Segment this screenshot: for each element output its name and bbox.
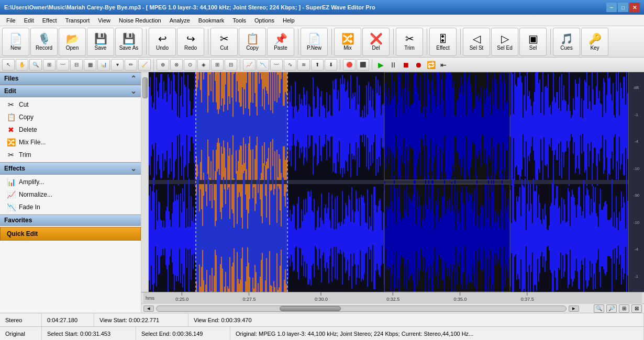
toolbar-btn-copy[interactable]: 📋Copy	[239, 28, 266, 56]
tb2-marker[interactable]: ▾	[111, 59, 124, 71]
toolbar-btn-undo[interactable]: ↩Undo	[149, 28, 176, 56]
effects-fade-in[interactable]: 📉 Fade In	[0, 201, 141, 213]
tb2-c1[interactable]: 🔴	[343, 59, 356, 71]
tb2-a6[interactable]: ⊟	[225, 59, 237, 71]
waveform-wrapper: dB -1 -4 -10 -90 -10 -4 -1	[141, 72, 644, 292]
toolbar-btn-p-new[interactable]: 📄P.New	[301, 28, 328, 56]
loop-button[interactable]: 🔁	[425, 59, 437, 71]
toolbar-btn-effect-btn[interactable]: 🎛Effect	[429, 28, 457, 56]
tb2-b4[interactable]: ∿	[284, 59, 296, 71]
toolbar-btn-new[interactable]: 📄New	[2, 28, 29, 56]
effects-normalize[interactable]: 📈 Normalize...	[0, 188, 141, 201]
tb2-wave[interactable]: 〰	[57, 59, 69, 71]
tb2-b6[interactable]: ⬆	[311, 59, 324, 71]
tb2-a2[interactable]: ⊗	[170, 59, 183, 71]
zoom-all-button[interactable]: ⊠	[631, 304, 642, 313]
tb2-zoom-sel[interactable]: 🔍	[29, 59, 42, 71]
play-button[interactable]: ▶	[375, 59, 386, 71]
favorites-header[interactable]: Favorites	[0, 214, 141, 226]
tb2-a1[interactable]: ⊕	[157, 59, 169, 71]
edit-trim[interactable]: ✂ Trim	[0, 149, 141, 161]
status-duration: 0:04:27.180	[42, 313, 94, 326]
toolbar-btn-paste[interactable]: 📌Paste	[267, 28, 294, 56]
toolbar-btn-trim[interactable]: ✂Trim	[396, 28, 423, 56]
scroll-right-button[interactable]: ▸	[569, 305, 579, 312]
vertical-scrollbar[interactable]	[141, 72, 149, 292]
edit-section-header[interactable]: Edit ⌄	[0, 85, 141, 97]
effects-amplify[interactable]: 📊 Amplify...	[0, 176, 141, 188]
toolbar-btn-cut[interactable]: ✂Cut	[210, 28, 238, 56]
tb2-cursor[interactable]: ↖	[2, 59, 15, 71]
status-select-start: Select Start: 0:00:31.453	[42, 327, 136, 340]
tb2-erase[interactable]: 🧹	[138, 59, 151, 71]
tb2-a5[interactable]: ⊞	[211, 59, 224, 71]
scrollbar-thumb[interactable]	[142, 77, 148, 98]
menu-item-view[interactable]: View	[94, 16, 115, 25]
tb2-hand[interactable]: ✋	[16, 59, 28, 71]
maximize-button[interactable]: □	[618, 3, 628, 12]
toolbar-btn-del[interactable]: ❌Del	[362, 28, 390, 56]
original-label: Original	[5, 331, 25, 337]
db-label-90: -90	[634, 193, 640, 198]
sep4	[372, 59, 372, 71]
tb2-b3[interactable]: 〰	[270, 59, 283, 71]
close-button[interactable]: ✕	[629, 3, 640, 12]
effects-section-header[interactable]: Effects ⌄	[0, 162, 141, 175]
menu-item-edit[interactable]: Edit	[20, 16, 38, 25]
stop-button[interactable]: ⏹	[400, 59, 412, 71]
waveform-canvas[interactable]	[149, 72, 628, 292]
quick-edit-button[interactable]: Quick Edit	[0, 227, 141, 241]
files-section-header[interactable]: Files ⌃	[0, 72, 141, 85]
toolbar-btn-sel[interactable]: ▣Sel	[519, 28, 547, 56]
edit-delete[interactable]: ✖ Delete	[0, 123, 141, 136]
to-start-button[interactable]: ⇤	[438, 59, 449, 71]
edit-collapse-icon[interactable]: ⌄	[130, 87, 137, 95]
files-collapse-icon[interactable]: ⌃	[130, 74, 137, 83]
tb2-b7[interactable]: ⬇	[325, 59, 337, 71]
toolbar-btn-redo[interactable]: ↪Redo	[177, 28, 204, 56]
menu-item-options[interactable]: Options	[250, 16, 279, 25]
tb2-waveview[interactable]: 📊	[97, 59, 110, 71]
open-icon: 📂	[66, 32, 79, 45]
zoom-in-button[interactable]: 🔍	[594, 304, 604, 313]
toolbar-btn-mix[interactable]: 🔀Mix	[334, 28, 361, 56]
tb2-b5[interactable]: ≋	[297, 59, 310, 71]
toolbar-btn-open[interactable]: 📂Open	[59, 28, 86, 56]
horizontal-scrollbar[interactable]	[156, 305, 567, 312]
tb2-a3[interactable]: ⊙	[184, 59, 196, 71]
toolbar-btn-sel-st[interactable]: ◁Sel St	[463, 28, 490, 56]
scroll-left-button[interactable]: ◂	[143, 305, 154, 312]
tb2-pencil[interactable]: ✏	[125, 59, 137, 71]
toolbar-btn-sel-ed[interactable]: ▷Sel Ed	[491, 28, 518, 56]
tb2-b1[interactable]: 📈	[243, 59, 256, 71]
pause-button[interactable]: ⏸	[387, 59, 399, 71]
tb2-c2[interactable]: ⬛	[357, 59, 369, 71]
tb2-b2[interactable]: 📉	[257, 59, 269, 71]
tb2-a4[interactable]: ◈	[197, 59, 210, 71]
menu-item-help[interactable]: Help	[279, 16, 299, 25]
horizontal-scrollbar-thumb[interactable]	[280, 306, 341, 311]
tb2-sel2[interactable]: ▦	[84, 59, 96, 71]
edit-copy[interactable]: 📋 Copy	[0, 111, 141, 123]
toolbar-btn-cues[interactable]: 🎵Cues	[553, 28, 580, 56]
minimize-button[interactable]: –	[606, 3, 617, 12]
menu-item-bookmark[interactable]: Bookmark	[194, 16, 229, 25]
tb2-magnify[interactable]: ⊞	[43, 59, 55, 71]
tb2-grid[interactable]: ⊟	[70, 59, 83, 71]
zoom-fit-button[interactable]: ⊞	[619, 304, 629, 313]
menu-item-transport[interactable]: Transport	[61, 16, 94, 25]
effects-collapse-icon[interactable]: ⌄	[130, 164, 137, 173]
record-transport-button[interactable]: ⏺	[413, 59, 424, 71]
menu-item-file[interactable]: File	[2, 16, 20, 25]
menu-item-analyze[interactable]: Analyze	[165, 16, 194, 25]
edit-cut[interactable]: ✂ Cut	[0, 98, 141, 111]
toolbar-btn-record[interactable]: 🎙️Record	[30, 28, 58, 56]
toolbar-btn-save[interactable]: 💾Save	[87, 28, 114, 56]
edit-mix-file[interactable]: 🔀 Mix File...	[0, 136, 141, 149]
toolbar-btn-save-as[interactable]: 💾Save As	[115, 28, 142, 56]
menu-item-tools[interactable]: Tools	[228, 16, 250, 25]
menu-item-noise-reduction[interactable]: Noise Reduction	[115, 16, 165, 25]
toolbar-btn-key[interactable]: 🔑Key	[581, 28, 608, 56]
menu-item-effect[interactable]: Effect	[38, 16, 61, 25]
zoom-out-button[interactable]: 🔎	[606, 304, 617, 313]
